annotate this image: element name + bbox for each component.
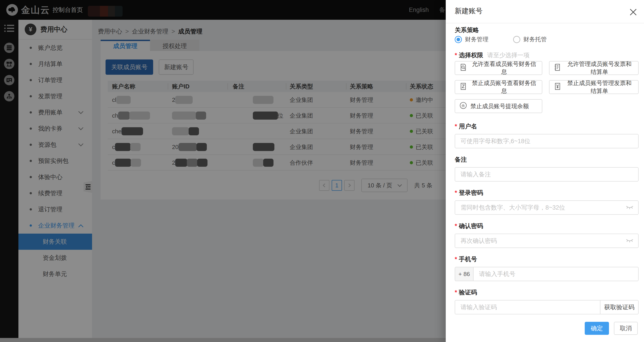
permission-允许管理成员账号发票和结算单[interactable]: 允许管理成员账号发票和结算单 bbox=[549, 61, 638, 75]
new-account-drawer: 新建账号 关系策略 财务管理财务托管 * 选择权限 请至少选择一项 允许查看成员… bbox=[446, 0, 644, 342]
required-asterisk: * bbox=[455, 289, 457, 296]
radio-label: 财务托管 bbox=[524, 35, 547, 43]
confirm-password-field[interactable] bbox=[455, 234, 638, 248]
required-asterisk: * bbox=[455, 256, 457, 263]
captcha-label: 验证码 bbox=[459, 288, 477, 297]
permissions-label: 选择权限 bbox=[459, 51, 483, 59]
permission-禁止成员账号提现余额[interactable]: 余禁止成员账号提现余额 bbox=[455, 99, 542, 113]
radio-circle-icon bbox=[513, 36, 520, 43]
drawer-footer: 确定 取消 bbox=[585, 322, 638, 335]
permission-禁止成员账号管理发票和结算单[interactable]: 禁止成员账号管理发票和结算单 bbox=[549, 80, 638, 94]
phone-label: 手机号 bbox=[459, 255, 477, 263]
confirm-password-label: 确认密码 bbox=[459, 222, 483, 230]
invoice-icon bbox=[554, 63, 565, 73]
permission-label: 禁止成员账号查看财务信息 bbox=[470, 79, 538, 95]
relation-policy-label: 关系策略 bbox=[455, 26, 479, 34]
password-field[interactable] bbox=[455, 200, 638, 215]
radio-label: 财务管理 bbox=[465, 35, 488, 43]
drawer-title: 新建账号 bbox=[455, 6, 482, 16]
close-icon[interactable] bbox=[629, 8, 638, 16]
doc-forbid-view-icon bbox=[459, 82, 470, 92]
phone-country-code: + 86 bbox=[455, 267, 473, 281]
relation-policy-radios: 财务管理财务托管 bbox=[455, 35, 638, 43]
permission-label: 禁止成员账号管理发票和结算单 bbox=[565, 79, 634, 95]
permission-label: 允许管理成员账号发票和结算单 bbox=[565, 60, 634, 76]
required-asterisk: * bbox=[455, 52, 457, 59]
permission-允许查看成员账号财务信息[interactable]: 允许查看成员账号财务信息 bbox=[455, 61, 542, 75]
drawer-mask[interactable] bbox=[0, 0, 446, 342]
required-asterisk: * bbox=[455, 123, 457, 130]
drawer-divider bbox=[446, 23, 644, 23]
permissions-hint: 请至少选择一项 bbox=[487, 51, 530, 59]
permission-buttons: 允许查看成员账号财务信息允许管理成员账号发票和结算单禁止成员账号查看财务信息禁止… bbox=[455, 61, 638, 113]
phone-field[interactable] bbox=[473, 267, 638, 281]
eye-invisible-icon[interactable] bbox=[626, 237, 634, 246]
confirm-button[interactable]: 确定 bbox=[585, 322, 609, 335]
doc-forbid-invoice-icon bbox=[554, 82, 565, 92]
doc-search-icon bbox=[459, 63, 470, 73]
radio-财务托管[interactable]: 财务托管 bbox=[513, 35, 547, 43]
required-asterisk: * bbox=[455, 223, 457, 230]
svg-text:余: 余 bbox=[462, 104, 465, 107]
required-asterisk: * bbox=[455, 189, 457, 196]
balance-icon: 余 bbox=[459, 101, 470, 111]
radio-财务管理[interactable]: 财务管理 bbox=[455, 35, 488, 43]
get-captcha-button[interactable]: 获取验证码 bbox=[600, 300, 638, 315]
password-label: 登录密码 bbox=[459, 189, 483, 197]
username-label: 用户名 bbox=[459, 122, 477, 130]
permission-label: 允许查看成员账号财务信息 bbox=[470, 60, 538, 76]
eye-invisible-icon[interactable] bbox=[626, 204, 634, 212]
permission-label: 禁止成员账号提现余额 bbox=[470, 102, 529, 110]
permission-禁止成员账号查看财务信息[interactable]: 禁止成员账号查看财务信息 bbox=[455, 80, 542, 94]
captcha-field[interactable] bbox=[455, 300, 600, 315]
username-field[interactable] bbox=[455, 134, 638, 148]
cancel-button[interactable]: 取消 bbox=[614, 322, 638, 335]
radio-circle-icon bbox=[455, 36, 462, 43]
remark-label: 备注 bbox=[455, 156, 467, 164]
remark-field[interactable] bbox=[455, 167, 638, 182]
